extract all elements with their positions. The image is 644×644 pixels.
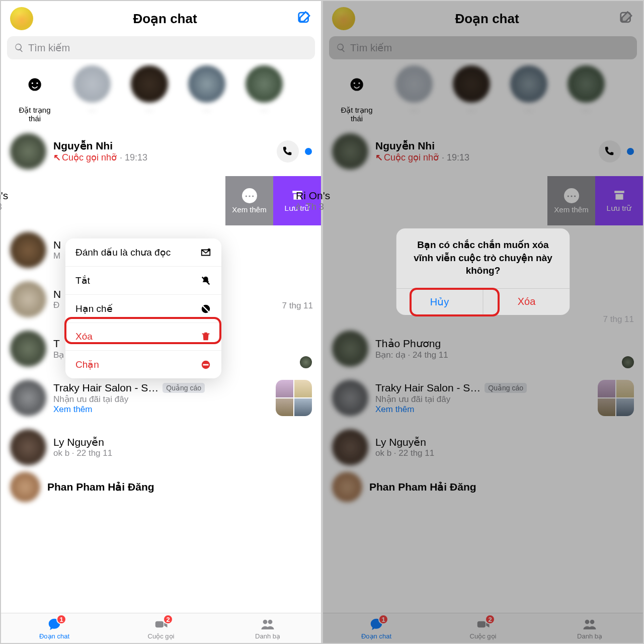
confirm-dialog: Bạn có chắc chắn muốn xóa vĩnh viễn cuộc… <box>396 228 570 315</box>
search-placeholder: Tìm kiếm <box>28 42 70 54</box>
story-item[interactable]: ···· <box>178 65 235 114</box>
story-item[interactable]: ···· <box>235 65 293 114</box>
dialog-message: Bạn có chắc chắn muốn xóa vĩnh viễn cuộc… <box>396 228 570 288</box>
menu-block[interactable]: Chặn <box>65 351 221 378</box>
mute-icon <box>200 275 211 286</box>
ad-badge: Quảng cáo <box>163 383 205 393</box>
chat-item-ad[interactable]: Traky Hair Salon - S…Quảng cáo Nhận ưu đ… <box>1 373 321 423</box>
block-icon <box>200 359 211 370</box>
missed-call-label: Cuộc gọi nhỡ <box>53 152 117 163</box>
menu-delete[interactable]: Xóa <box>65 323 221 351</box>
profile-avatar[interactable] <box>10 7 33 30</box>
ad-thumbnail <box>276 380 312 416</box>
swipe-more-button[interactable]: Xem thêm <box>225 176 273 225</box>
chat-item[interactable]: Ly Nguyễn ok b · 22 thg 11 <box>1 423 321 472</box>
see-more-link[interactable]: Xem thêm <box>53 405 276 415</box>
search-input[interactable]: Tìm kiếm <box>7 36 315 59</box>
chat-badge: 1 <box>56 614 66 624</box>
context-menu: Đánh dấu là chưa đọc Tắt Hạn chế Xóa Chặ… <box>65 238 221 378</box>
chat-item-swiped[interactable]: Ri On's è. Th 3 Xem thêm Lưu trữ <box>1 176 321 225</box>
set-status-label: Đặt trạng thái <box>19 106 50 123</box>
chat-name: Traky Hair Salon - S… <box>53 382 158 394</box>
chat-name: Ly Nguyễn <box>53 436 312 448</box>
mail-unread-icon <box>200 247 211 258</box>
contacts-icon <box>260 617 275 632</box>
restrict-icon <box>200 303 211 314</box>
search-icon <box>14 43 24 53</box>
compose-icon <box>297 10 312 25</box>
dialog-cancel-button[interactable]: Hủy <box>396 289 484 315</box>
menu-mute[interactable]: Tắt <box>65 267 221 295</box>
seen-indicator <box>300 356 312 368</box>
story-item[interactable]: ···· <box>63 65 121 114</box>
chat-item[interactable]: Phan Pham Hải Đăng <box>1 472 321 502</box>
chat-name: Nguyễn Nhi <box>53 140 273 152</box>
menu-mark-unread[interactable]: Đánh dấu là chưa đọc <box>65 238 221 267</box>
chat-name: Phan Pham Hải Đăng <box>47 481 312 493</box>
modal-backdrop[interactable] <box>323 1 643 643</box>
trash-icon <box>200 331 211 342</box>
svg-point-7 <box>268 619 273 624</box>
more-icon <box>242 188 257 203</box>
svg-point-1 <box>208 248 211 251</box>
calls-badge: 2 <box>163 614 173 624</box>
tab-contacts[interactable]: Danh bạ <box>214 613 321 643</box>
svg-rect-5 <box>155 621 164 627</box>
stories-row: Đặt trạng thái ···· ···· ···· ···· <box>1 62 321 127</box>
call-button[interactable] <box>277 140 299 163</box>
tab-chats[interactable]: 1 Đoạn chat <box>1 613 108 643</box>
svg-point-6 <box>263 619 268 624</box>
phone-icon <box>282 146 293 157</box>
svg-rect-4 <box>203 364 209 365</box>
tab-bar: 1 Đoạn chat 2 Cuộc gọi Danh bạ <box>1 613 321 643</box>
compose-button[interactable] <box>297 10 312 27</box>
story-item[interactable]: ···· <box>121 65 178 114</box>
page-title: Đoạn chat <box>133 11 197 27</box>
chat-item[interactable]: Nguyễn Nhi Cuộc gọi nhỡ 19:13 <box>1 127 321 176</box>
set-status-story[interactable]: Đặt trạng thái <box>6 65 63 123</box>
dialog-delete-button[interactable]: Xóa <box>484 289 570 315</box>
menu-restrict[interactable]: Hạn chế <box>65 295 221 323</box>
tab-calls[interactable]: 2 Cuộc gọi <box>108 613 214 643</box>
unread-dot <box>305 148 312 155</box>
